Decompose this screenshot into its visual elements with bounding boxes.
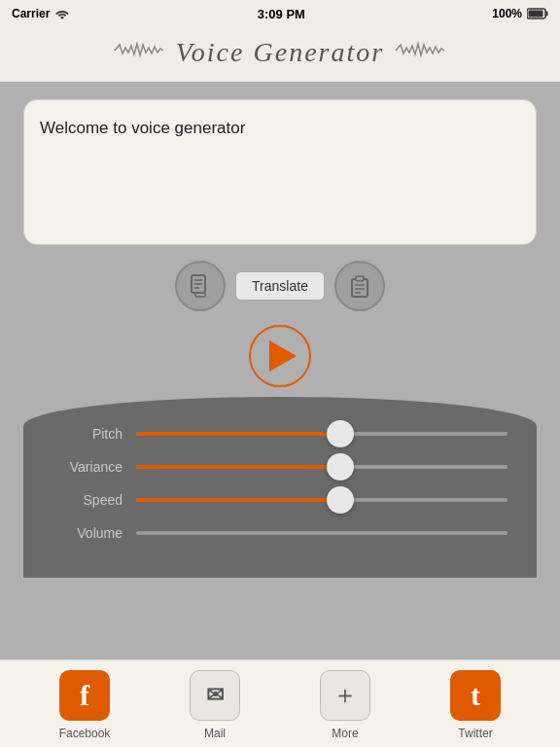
mail-icon: ✉ — [206, 683, 224, 708]
more-icon: ＋ — [332, 678, 358, 712]
wave-left-icon — [113, 40, 166, 66]
clipboard-icon — [347, 273, 372, 299]
mail-icon-box: ✉ — [190, 670, 240, 721]
status-time: 3:09 PM — [258, 7, 305, 21]
variance-track[interactable] — [136, 465, 508, 469]
notes-icon-wrap — [175, 261, 226, 311]
variance-label: Variance — [52, 459, 122, 475]
variance-fill — [136, 465, 340, 469]
notes-button[interactable] — [175, 261, 226, 311]
wifi-icon — [54, 8, 70, 19]
mail-label: Mail — [204, 727, 226, 740]
pitch-fill — [136, 432, 340, 436]
play-button[interactable] — [249, 325, 311, 387]
svg-rect-2 — [528, 11, 542, 18]
tab-facebook[interactable]: f Facebook — [51, 670, 119, 740]
volume-track[interactable] — [136, 531, 508, 535]
waveform-right — [394, 40, 447, 61]
more-label: More — [332, 727, 358, 740]
clipboard-icon-wrap — [334, 261, 385, 311]
text-content: Welcome to voice generator — [40, 116, 520, 141]
status-carrier: Carrier — [12, 7, 70, 20]
battery-label: 100% — [492, 7, 522, 20]
sliders-section: Pitch Variance Speed — [23, 397, 537, 578]
pitch-thumb[interactable] — [327, 420, 354, 447]
waveform-left — [113, 40, 166, 61]
tab-more[interactable]: ＋ More — [311, 670, 379, 740]
translate-button[interactable]: Translate — [235, 271, 325, 301]
facebook-label: Facebook — [59, 727, 111, 740]
battery-icon — [527, 8, 548, 19]
speed-label: Speed — [52, 492, 122, 508]
svg-rect-9 — [356, 276, 364, 281]
main-content: Welcome to voice generator — [0, 82, 560, 747]
variance-thumb[interactable] — [327, 453, 354, 480]
pitch-track[interactable] — [136, 432, 508, 436]
speed-slider-row: Speed — [52, 492, 508, 508]
facebook-icon-box: f — [59, 670, 110, 721]
play-icon — [269, 340, 297, 372]
wave-right-icon — [394, 40, 447, 66]
tab-bar: f Facebook ✉ Mail ＋ More t Twitter — [0, 659, 560, 747]
carrier-label: Carrier — [12, 7, 50, 20]
pitch-label: Pitch — [52, 426, 122, 442]
volume-label: Volume — [52, 525, 122, 541]
notes-icon — [188, 273, 213, 299]
speed-thumb[interactable] — [327, 486, 354, 514]
controls-row: Translate — [23, 261, 537, 311]
variance-slider-row: Variance — [52, 459, 508, 475]
tab-twitter[interactable]: t Twitter — [441, 670, 509, 740]
play-section — [23, 325, 537, 387]
twitter-icon-box: t — [450, 670, 501, 721]
twitter-label: Twitter — [458, 727, 492, 740]
status-bar: Carrier 3:09 PM 100% — [0, 0, 560, 27]
facebook-icon: f — [80, 679, 89, 712]
svg-rect-1 — [545, 12, 547, 17]
text-input-area[interactable]: Welcome to voice generator — [23, 99, 537, 245]
status-battery: 100% — [492, 7, 548, 20]
twitter-icon: t — [471, 679, 480, 712]
more-icon-box: ＋ — [320, 670, 370, 721]
translate-wrap: Translate — [235, 271, 325, 301]
volume-slider-row: Volume — [52, 525, 508, 541]
app-title: Voice Generator — [176, 37, 384, 68]
svg-rect-4 — [195, 293, 205, 297]
speed-fill — [136, 498, 340, 502]
tab-mail[interactable]: ✉ Mail — [181, 670, 249, 740]
clipboard-button[interactable] — [334, 261, 385, 311]
speed-track[interactable] — [136, 498, 508, 502]
pitch-slider-row: Pitch — [52, 426, 508, 442]
app-header: Voice Generator — [0, 27, 560, 82]
